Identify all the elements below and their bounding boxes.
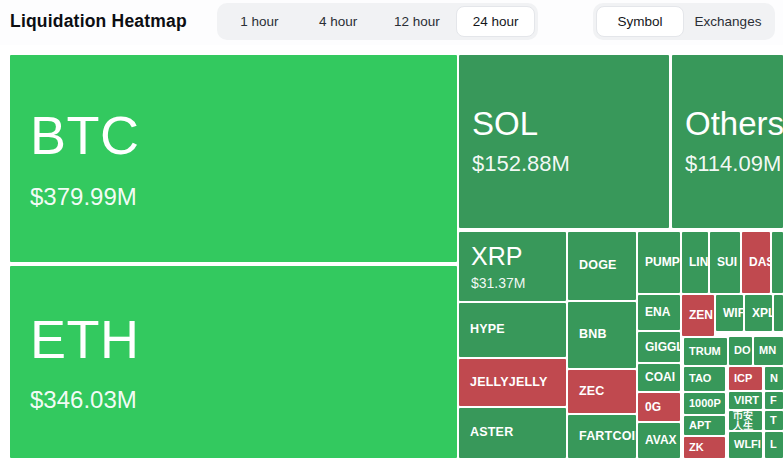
treemap-cell-JELLYJELLY[interactable]: JELLYJELLY [459,359,566,406]
cell-symbol: ETH [30,310,140,368]
cell-symbol: XRP [471,243,522,270]
cell-symbol: FARTCOIN [579,430,636,444]
cell-symbol: DAS [749,256,770,269]
cell-symbol: COAI [645,371,675,384]
treemap-cell-F[interactable]: F [765,392,783,409]
treemap-cell-APT[interactable]: APT [684,416,725,435]
cell-symbol: JELLYJELLY [470,376,548,390]
cell-symbol: N [770,373,778,385]
cell-symbol: 0G [645,401,661,414]
time-range-4hour[interactable]: 4 hour [299,6,378,37]
cell-symbol: GIGGL [645,341,680,354]
treemap-cell-T[interactable]: T [765,411,783,430]
treemap-cell-ZEC[interactable]: ZEC [568,370,636,413]
treemap-cell-VIRT[interactable]: VIRT [729,392,762,409]
cell-symbol: BNB [579,328,607,342]
cell-symbol: TAO [689,373,711,385]
cell-symbol: WLFI [734,439,761,451]
cell-value: $31.37M [471,275,525,291]
treemap-cell-GIGGL[interactable]: GIGGL [638,332,680,362]
treemap-cell-TRUM[interactable]: TRUM [684,338,727,365]
cell-symbol: ZEC [579,385,605,399]
treemap-cell-WLFI[interactable]: WLFI [729,432,762,458]
cell-symbol: Others [685,106,783,142]
time-range-24hour[interactable]: 24 hour [456,6,535,37]
cell-symbol: 币安人生 [733,411,762,430]
treemap-cell-TAO[interactable]: TAO [684,367,725,391]
time-range-12hour[interactable]: 12 hour [378,6,457,37]
time-range-control: 1 hour 4 hour 12 hour 24 hour [217,3,538,40]
treemap-cell-DO[interactable]: DO [729,337,752,365]
cell-symbol: MN [759,345,776,357]
cell-symbol: XPL [752,307,772,320]
cell-symbol: 1000P [689,398,721,410]
treemap-cell-SUI[interactable]: SUI [710,232,740,293]
treemap-cell-ETH[interactable]: ETH$346.03M [10,266,457,458]
treemap-cell-0G[interactable]: 0G [638,393,680,421]
treemap-cell-XPL[interactable]: XPL [745,295,772,331]
cell-value: $114.09M [685,151,781,177]
cell-symbol: SUI [717,256,737,269]
cell-symbol: AVAX [645,434,677,447]
treemap-cell-SOL[interactable]: SOL$152.88M [459,55,669,228]
cell-symbol: T [770,415,777,427]
treemap-cell-DAS[interactable]: DAS [742,232,770,293]
treemap-cell-ICP[interactable]: ICP [729,367,762,390]
treemap-cell-sliver[interactable] [772,232,783,293]
cell-value: $346.03M [30,386,137,414]
cell-symbol: LINK [689,256,708,269]
view-toggle-control: Symbol Exchanges [593,3,775,40]
cell-symbol: APT [689,420,711,432]
treemap-cell-BTC[interactable]: BTC$379.99M [10,55,457,262]
treemap-cell-ZK[interactable]: ZK [684,437,725,458]
time-range-1hour[interactable]: 1 hour [220,6,299,37]
treemap-cell-1000P[interactable]: 1000P [684,393,725,414]
treemap-cell-sliver[interactable] [774,295,783,331]
cell-symbol: ZK [689,442,704,454]
treemap-cell-Others[interactable]: Others$114.09M [672,55,783,228]
page-header: Liquidation Heatmap 1 hour 4 hour 12 hou… [0,0,783,45]
cell-symbol: DO [734,345,751,357]
treemap-cell-MN[interactable]: MN [754,337,783,365]
cell-symbol: TRUM [689,346,721,358]
treemap-cell-ASTER[interactable]: ASTER [459,408,566,458]
treemap-cell-币安人生[interactable]: 币安人生 [729,411,762,430]
cell-symbol: ICP [734,373,752,385]
treemap-cell-FARTCOIN[interactable]: FARTCOIN [568,415,636,458]
cell-symbol: WIF [723,307,743,320]
treemap-cell-L[interactable]: L [765,432,783,458]
treemap-cell-WIF[interactable]: WIF [716,295,743,331]
cell-value: $379.99M [30,183,137,211]
cell-symbol: DOGE [579,259,617,273]
treemap-cell-AVAX[interactable]: AVAX [638,423,680,458]
view-toggle-exchanges[interactable]: Exchanges [684,6,772,37]
cell-symbol: ENA [645,306,670,319]
cell-symbol: ASTER [470,426,513,440]
cell-symbol: F [770,395,777,407]
cell-value: $152.88M [472,151,570,177]
treemap-cell-LINK[interactable]: LINK [682,232,708,293]
treemap-cell-PUMP[interactable]: PUMP [638,232,680,293]
view-toggle-symbol[interactable]: Symbol [596,6,684,37]
cell-symbol: SOL [472,106,538,142]
treemap-cell-BNB[interactable]: BNB [568,302,636,368]
cell-symbol: ZEN [689,309,713,322]
cell-symbol: VIRT [734,395,759,407]
cell-symbol: PUMP [645,256,680,269]
treemap-cell-HYPE[interactable]: HYPE [459,303,566,357]
treemap-cell-ENA[interactable]: ENA [638,295,680,330]
treemap-cell-COAI[interactable]: COAI [638,364,680,391]
treemap-cell-XRP[interactable]: XRP$31.37M [459,232,566,301]
cell-symbol: BTC [30,106,140,164]
page-title: Liquidation Heatmap [10,11,187,32]
treemap-cell-DOGE[interactable]: DOGE [568,232,636,300]
treemap-cell-ZEN[interactable]: ZEN [682,295,714,336]
cell-symbol: L [770,439,777,451]
treemap-cell-N[interactable]: N [765,367,783,390]
cell-symbol: HYPE [470,323,505,337]
liquidation-treemap: BTC$379.99METH$346.03MSOL$152.88MOthers$… [10,55,783,458]
